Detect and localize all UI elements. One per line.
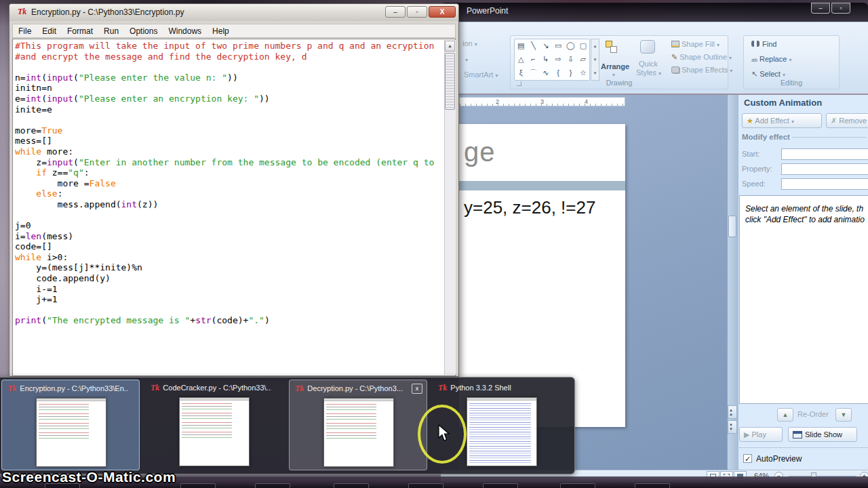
shape-icon[interactable]: ↘ (540, 39, 552, 53)
window-thumbnail[interactable] (467, 397, 537, 466)
preview-item-label: TkEncryption.py - C:\Python33\En... (7, 384, 128, 394)
tk-icon: Tk (295, 384, 304, 393)
idle-restore-button[interactable]: ▫ (407, 6, 427, 18)
ruler-number: 3 (540, 98, 544, 105)
shape-icon[interactable]: ⌒ (527, 66, 539, 80)
shape-icon[interactable]: ▢ (577, 39, 589, 53)
shape-icon[interactable]: { (552, 66, 564, 80)
shapes-gallery[interactable]: ▤╲↘▭◯▢△⌐↳⇨⇩▱ξ⌒∿{}☆ (514, 39, 590, 81)
speed-dropdown[interactable] (781, 178, 868, 190)
minimize-button[interactable]: – (811, 3, 830, 14)
shape-effects-button[interactable]: Shape Effects ▾ (671, 66, 732, 74)
reorder-down-button[interactable]: ▼ (835, 408, 852, 422)
chevron-down-icon: ▾ (612, 72, 615, 78)
taskbar-button[interactable] (334, 483, 369, 488)
menu-options[interactable]: Options (124, 24, 163, 36)
code-area[interactable]: #This program will take the input of two… (15, 41, 443, 374)
reorder-up-button[interactable]: ▲ (777, 408, 793, 422)
preview-close-button[interactable]: x (412, 384, 422, 394)
modify-effect-rule (792, 137, 867, 138)
previous-slide-button[interactable]: ▲▲ (728, 405, 737, 419)
chevron-down-icon: ▾ (791, 119, 794, 125)
select-button[interactable]: ↖ Select ▾ (751, 70, 785, 79)
window-thumbnail[interactable] (179, 397, 250, 466)
window-thumbnail[interactable] (323, 398, 394, 467)
gallery-down-icon[interactable]: ▼ (591, 53, 599, 66)
code-line: i-=1 (15, 284, 443, 295)
shape-icon[interactable]: ⇨ (552, 53, 564, 66)
find-icon (751, 41, 760, 47)
property-label: Property: (742, 165, 772, 173)
idle-scrollbar-up-icon[interactable]: ▲ (445, 41, 455, 52)
shape-outline-icon: ✎ (671, 53, 677, 61)
menu-file[interactable]: File (13, 24, 37, 36)
shape-icon[interactable]: ▭ (552, 39, 564, 53)
menu-format[interactable]: Format (62, 24, 98, 36)
code-line: n=int(input("Please enter the value n: "… (15, 73, 443, 83)
slide-show-button[interactable]: Slide Show (788, 427, 857, 442)
code-line: inite=e (15, 104, 443, 115)
taskbar-preview-item[interactable]: TkDecryption.py - C:\Python3...x (289, 380, 427, 470)
property-dropdown[interactable] (781, 163, 868, 175)
convert-smartart-button-partial[interactable]: SmartArt ▾ (464, 70, 498, 79)
code-line: #This program will take the input of two… (15, 41, 443, 52)
shape-icon[interactable]: ▤ (515, 39, 527, 53)
animation-list[interactable]: Select an element of the slide, th click… (739, 195, 868, 404)
reorder-label: Re-Order (797, 410, 829, 418)
taskbar-preview-item[interactable]: TkEncryption.py - C:\Python33\En... (1, 380, 140, 470)
shape-icon[interactable]: ξ (515, 66, 527, 80)
shape-icon[interactable]: ☆ (577, 66, 589, 80)
text-direction-button-partial[interactable]: ion ▾ (462, 39, 477, 47)
slide-title-partial[interactable]: ge (464, 137, 496, 167)
code-line: code.append(y) (15, 273, 443, 284)
remove-button[interactable]: ✗ Remove (826, 113, 868, 128)
canvas-scrollbar-thumb[interactable] (728, 216, 736, 237)
gallery-more-icon[interactable]: ▼ (591, 66, 599, 80)
shape-icon[interactable]: ⇩ (564, 53, 576, 66)
next-slide-button[interactable]: ▼▼ (728, 420, 737, 434)
menu-help[interactable]: Help (207, 24, 235, 36)
find-button[interactable]: Find (751, 40, 776, 48)
taskbar-button[interactable] (255, 483, 290, 488)
replace-button[interactable]: ab Replace ▾ (751, 55, 791, 63)
align-text-caret[interactable]: ▾ (465, 57, 468, 63)
shape-icon[interactable]: △ (515, 53, 527, 66)
autopreview-checkbox[interactable]: ✓ (743, 454, 752, 463)
taskbar-button[interactable] (408, 483, 443, 488)
ruler-number: 4 (585, 98, 588, 105)
menu-windows[interactable]: Windows (163, 24, 207, 36)
start-dropdown[interactable] (781, 148, 868, 160)
window-thumbnail[interactable] (36, 398, 106, 467)
shape-outline-button[interactable]: ✎ Shape Outline ▾ (671, 53, 732, 62)
shapes-gallery-scrollbar[interactable]: ▲ ▼ ▼ (591, 39, 599, 81)
shape-icon[interactable]: ↳ (540, 53, 552, 66)
restore-button[interactable]: ▫ (831, 3, 850, 14)
shape-icon[interactable]: ╲ (527, 39, 539, 53)
idle-close-button[interactable]: X (429, 6, 456, 18)
quick-styles-line2: Styles ▾ (636, 68, 661, 77)
taskbar-button[interactable] (635, 483, 670, 488)
idle-minimize-button[interactable]: – (385, 6, 406, 18)
shape-icon[interactable]: } (564, 66, 576, 80)
restore-icon: ▫ (840, 5, 842, 12)
idle-scrollbar-thumb[interactable] (445, 53, 455, 110)
shape-icon[interactable]: ◯ (564, 39, 576, 53)
shape-icon[interactable]: ∿ (540, 66, 552, 80)
code-line (15, 210, 443, 221)
code-line: initn=n (15, 83, 443, 94)
mouse-cursor (438, 424, 450, 442)
gallery-up-icon[interactable]: ▲ (591, 39, 599, 53)
shape-icon[interactable]: ⌐ (527, 53, 539, 66)
taskbar-button[interactable] (483, 483, 518, 488)
taskbar-button[interactable] (180, 483, 216, 488)
menu-edit[interactable]: Edit (37, 24, 62, 36)
slide-body-text[interactable]: y=25, z=26, !=27 (464, 197, 595, 218)
taskbar-button[interactable] (560, 483, 595, 488)
play-button[interactable]: ▶ Play (739, 427, 783, 442)
shape-icon[interactable]: ▱ (577, 53, 589, 66)
menu-run[interactable]: Run (98, 24, 124, 36)
add-effect-button[interactable]: ★ Add Effect ▾ (742, 113, 822, 128)
shape-fill-button[interactable]: Shape Fill ▾ (671, 40, 719, 48)
taskbar-preview-item[interactable]: TkCodeCracker.py - C:\Python33\... (145, 380, 283, 470)
code-line: else: (15, 188, 443, 199)
